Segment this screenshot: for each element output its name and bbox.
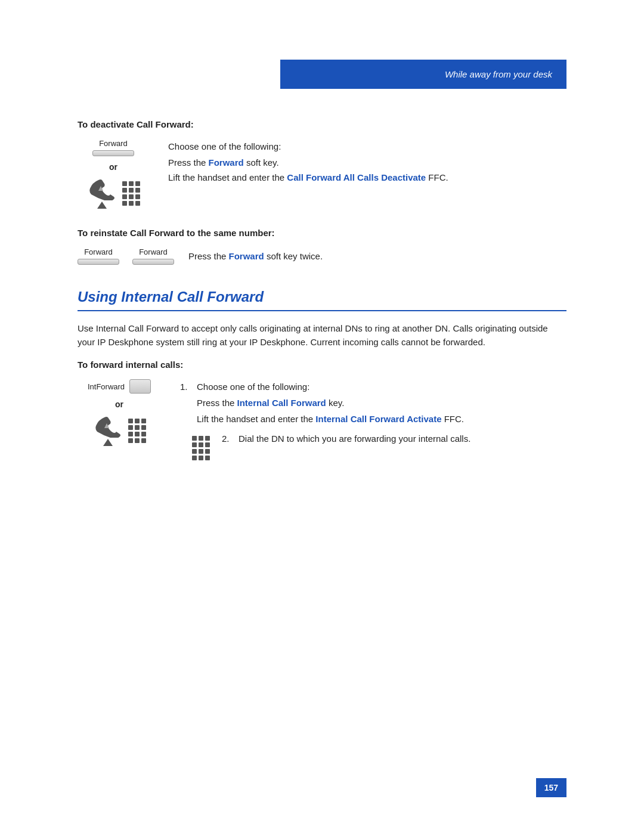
- item1-choose: Choose one of the following:: [197, 382, 464, 392]
- arrow-up-icon: [97, 202, 107, 209]
- or-label-internal: or: [115, 400, 123, 409]
- deactivate-block: Forward or: [78, 139, 566, 209]
- item2-content: 2. Dial the DN to which you are forwardi…: [222, 433, 470, 444]
- int-forward-label: IntForward: [88, 382, 125, 391]
- item1-content: Choose one of the following: Press the I…: [197, 382, 464, 424]
- reinstate-heading: To reinstate Call Forward to the same nu…: [78, 228, 566, 238]
- deactivate-section: To deactivate Call Forward: Forward or: [78, 119, 566, 209]
- section-divider: [78, 310, 566, 311]
- option1-deactivate: Press the Forward soft key.: [168, 157, 448, 168]
- reinstate-key-label-2: Forward: [139, 247, 168, 256]
- forward-internal-heading: To forward internal calls:: [78, 360, 566, 370]
- reinstate-instruction: Press the Forward soft key twice.: [188, 251, 323, 261]
- phone-keypad-combo-internal: [92, 415, 146, 446]
- phone-keypad-combo: [86, 178, 140, 209]
- internal-left: IntForward or: [78, 379, 161, 446]
- deactivate-left: Forward or: [78, 139, 149, 209]
- main-content: To deactivate Call Forward: Forward or: [78, 119, 566, 475]
- item1-opt1: Press the Internal Call Forward key.: [197, 398, 464, 408]
- internal-block: IntForward or: [78, 379, 566, 460]
- item1-opt2: Lift the handset and enter the Internal …: [197, 414, 464, 424]
- internal-instructions: 1. Choose one of the following: Press th…: [180, 379, 566, 460]
- handset-icon-internal: [92, 415, 123, 438]
- internal-section-title: Using Internal Call Forward: [78, 289, 566, 305]
- choose-text-deactivate: Choose one of the following:: [168, 141, 448, 151]
- list-item-1: 1. Choose one of the following: Press th…: [180, 382, 566, 424]
- keypad-deactivate: [122, 181, 140, 206]
- item2-row: 2. Dial the DN to which you are forwardi…: [180, 433, 566, 460]
- reinstate-section: To reinstate Call Forward to the same nu…: [78, 228, 566, 265]
- forward-soft-key[interactable]: [92, 150, 134, 156]
- reinstate-soft-key-1[interactable]: [78, 259, 119, 265]
- item2-text: Dial the DN to which you are forwarding …: [239, 433, 470, 444]
- keypad-internal: [128, 419, 146, 443]
- forward-key-label: Forward: [99, 139, 128, 148]
- internal-section: Using Internal Call Forward Use Internal…: [78, 289, 566, 460]
- reinstate-row: Forward Forward Press the Forward soft k…: [78, 247, 566, 265]
- deactivate-heading: To deactivate Call Forward:: [78, 119, 566, 129]
- list-num-1: 1.: [180, 382, 192, 392]
- keypad-item2: [192, 436, 210, 460]
- option2-deactivate: Lift the handset and enter the Call Forw…: [168, 172, 448, 182]
- header-bar: While away from your desk: [280, 60, 566, 89]
- list-num-2: 2.: [222, 433, 234, 444]
- arrow-up-icon-internal: [103, 439, 113, 446]
- internal-description: Use Internal Call Forward to accept only…: [78, 322, 566, 349]
- or-label-deactivate: or: [109, 162, 117, 172]
- numbered-list: 1. Choose one of the following: Press th…: [180, 382, 566, 424]
- page-number: 157: [536, 778, 566, 797]
- deactivate-instructions: Choose one of the following: Press the F…: [168, 139, 448, 182]
- int-forward-key[interactable]: [129, 379, 151, 394]
- reinstate-soft-key-2[interactable]: [132, 259, 174, 265]
- handset-icon: [86, 178, 117, 200]
- reinstate-key-label-1: Forward: [84, 247, 113, 256]
- header-title: While away from your desk: [445, 69, 552, 79]
